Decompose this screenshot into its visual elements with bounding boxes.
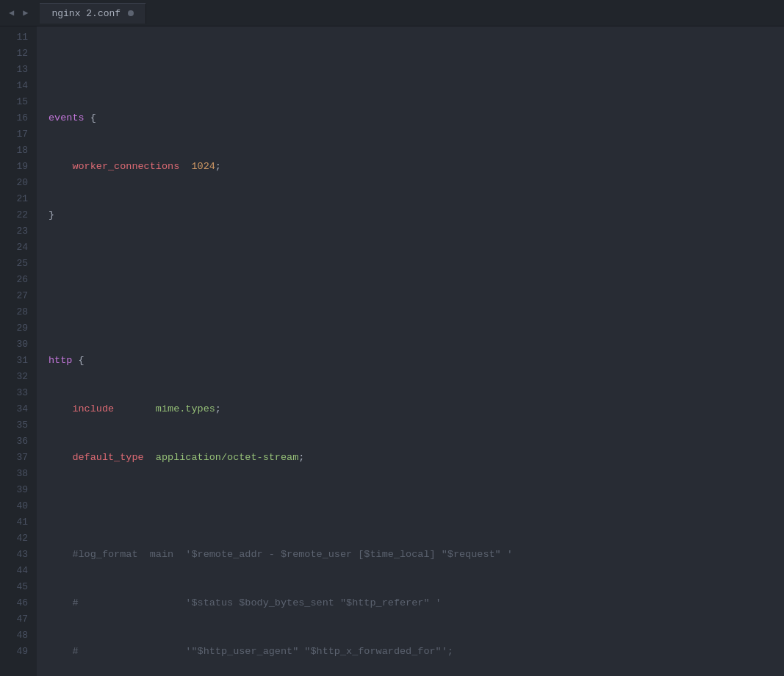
code-content[interactable]: events { worker_connections 1024; } http… [37, 26, 784, 676]
code-line-21: #log_format main '$remote_addr - $remote… [48, 547, 784, 563]
code-line-18: include mime.types; [48, 401, 784, 417]
line-num: 47 [9, 611, 28, 628]
line-num: 28 [9, 304, 28, 320]
line-num: 24 [9, 240, 28, 256]
line-num: 27 [9, 288, 28, 304]
tab-label: nginx 2.conf [51, 8, 121, 19]
code-line-19: default_type application/octet-stream; [48, 450, 784, 466]
line-num: 39 [9, 482, 28, 498]
code-line-22: # '$status $body_bytes_sent "$http_refer… [48, 595, 784, 611]
line-num: 11 [9, 29, 28, 46]
line-num: 16 [9, 110, 28, 126]
forward-arrow-icon[interactable]: ▶ [20, 6, 31, 20]
line-num: 18 [9, 143, 28, 159]
line-num: 38 [9, 466, 28, 482]
code-line-13: worker_connections 1024; [48, 159, 784, 175]
line-num: 15 [9, 94, 28, 110]
code-line-11 [48, 62, 784, 78]
line-num: 37 [9, 450, 28, 466]
line-num: 48 [9, 628, 28, 644]
line-num: 35 [9, 417, 28, 434]
line-num: 23 [9, 223, 28, 240]
line-num: 41 [9, 514, 28, 531]
line-num: 44 [9, 563, 28, 579]
line-num: 26 [9, 272, 28, 288]
code-line-17: http { [48, 353, 784, 369]
line-num: 42 [9, 531, 28, 547]
code-line-20 [48, 498, 784, 514]
back-arrow-icon[interactable]: ◀ [6, 6, 17, 20]
line-num: 36 [9, 434, 28, 450]
code-line-12: events { [48, 110, 784, 126]
line-num: 49 [9, 644, 28, 660]
line-num: 30 [9, 337, 28, 353]
line-num: 31 [9, 353, 28, 369]
line-num: 43 [9, 547, 28, 563]
line-num: 20 [9, 175, 28, 191]
line-num: 22 [9, 207, 28, 223]
code-line-16 [48, 304, 784, 320]
line-num: 33 [9, 385, 28, 401]
line-num: 19 [9, 159, 28, 175]
line-num: 12 [9, 46, 28, 62]
code-line-15 [48, 256, 784, 272]
line-num: 29 [9, 320, 28, 337]
line-num: 21 [9, 191, 28, 207]
tab-dot [128, 10, 134, 16]
file-tab[interactable]: nginx 2.conf [40, 3, 146, 24]
line-numbers: 11 12 13 14 15 16 17 18 19 20 21 22 23 2… [0, 26, 37, 676]
line-num: 14 [9, 78, 28, 94]
line-num: 32 [9, 369, 28, 385]
line-num: 34 [9, 401, 28, 417]
line-num: 17 [9, 126, 28, 143]
nav-arrows: ◀ ▶ [6, 6, 31, 20]
line-num: 46 [9, 595, 28, 611]
code-line-23: # '"$http_user_agent" "$http_x_forwarded… [48, 644, 784, 660]
code-line-14: } [48, 207, 784, 223]
editor-container: 11 12 13 14 15 16 17 18 19 20 21 22 23 2… [0, 26, 784, 676]
line-num: 40 [9, 498, 28, 514]
title-bar: ◀ ▶ nginx 2.conf [0, 0, 784, 26]
line-num: 13 [9, 62, 28, 78]
line-num: 25 [9, 256, 28, 272]
line-num: 45 [9, 579, 28, 595]
